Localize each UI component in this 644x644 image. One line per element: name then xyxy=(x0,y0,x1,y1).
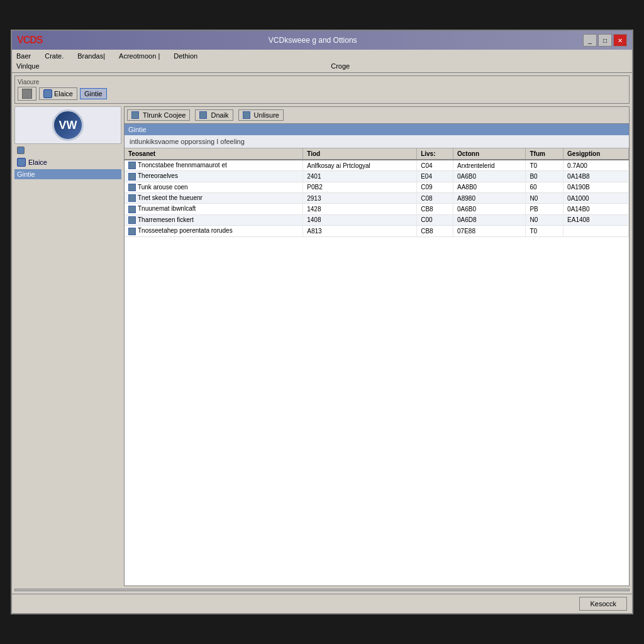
dnaik-button[interactable]: Dnaik xyxy=(195,109,233,121)
cell-gesig-5: EA1408 xyxy=(564,214,629,225)
table-row[interactable]: Tnuunemat ibwnlcaft1428CB80A6B0PB0A14B0 xyxy=(125,204,629,214)
table-header: Teosanet Tiod Livs: Octonn Tfum Gesigpti… xyxy=(125,148,629,160)
data-table: Teosanet Tiod Livs: Octonn Tfum Gesigpti… xyxy=(125,148,629,237)
cell-octonn-2: AA8B0 xyxy=(453,182,526,192)
toolbar-btn-1[interactable] xyxy=(18,87,36,101)
table-row[interactable]: Tnosseetahep poerentata rorudesA813CB807… xyxy=(125,226,629,236)
cell-octonn-1: 0A6B0 xyxy=(453,171,526,182)
cell-tiod-4: 1428 xyxy=(303,204,417,214)
cell-tiod-6: A813 xyxy=(303,226,417,236)
window-controls: _ □ ✕ xyxy=(583,34,627,47)
col-header-gesig: Gesigption xyxy=(564,148,629,160)
left-nav-gintie[interactable]: Gintie xyxy=(14,169,121,179)
close-button[interactable]: ✕ xyxy=(613,34,627,47)
left-nav-btn1[interactable] xyxy=(14,145,121,155)
table-container[interactable]: Teosanet Tiod Livs: Octonn Tfum Gesigpti… xyxy=(125,148,629,586)
cell-octonn-5: 0A6D8 xyxy=(453,214,526,225)
table-body: Tnoncstabee fnennmamaurot etAnlfkosay ai… xyxy=(125,160,629,236)
toolbar-btn-gintie-label: Gintie xyxy=(84,90,103,97)
cell-name-0: Tnoncstabee fnennmamaurot et xyxy=(125,160,303,171)
unlisure-icon xyxy=(243,111,250,119)
row-icon-5 xyxy=(128,216,136,224)
menu-row-2: Vinlque Croge xyxy=(14,61,630,71)
maximize-button[interactable]: □ xyxy=(598,34,612,47)
unlisure-label: Unlisure xyxy=(254,111,279,119)
dnaik-label: Dnaik xyxy=(211,111,228,119)
right-panel: Tlrunk Coojee Dnaik Unlisure Gintie intl… xyxy=(124,106,630,586)
table-row[interactable]: Tnet skeot the hueuenr2913C08A8980N00A10… xyxy=(125,193,629,204)
cell-livs-5: C00 xyxy=(417,214,453,225)
logo-v: V xyxy=(17,35,23,45)
cell-tiod-1: 2401 xyxy=(303,171,417,182)
globe-icon xyxy=(43,89,52,98)
minimize-button[interactable]: _ xyxy=(583,34,597,47)
cell-tfum-0: T0 xyxy=(526,160,564,171)
row-icon-2 xyxy=(128,184,136,191)
menu-vinlque[interactable]: Vinlque xyxy=(14,62,42,70)
unlisure-button[interactable]: Unlisure xyxy=(238,109,284,121)
app-logo: VCDS xyxy=(17,35,42,46)
toolbar-label: Viaoure xyxy=(18,79,626,86)
cell-name-5: Tharremesen fickert xyxy=(125,214,303,225)
left-panel: VW Elaice Gintie xyxy=(14,106,121,586)
cell-gesig-1: 0A14B8 xyxy=(564,171,629,182)
col-header-tfum: Tfum xyxy=(526,148,564,160)
bottom-bar: Kesocck xyxy=(12,594,632,613)
cell-name-1: Thereoraelves xyxy=(125,171,303,182)
left-nav-elaice[interactable]: Elaice xyxy=(14,157,121,168)
globe-icon-left xyxy=(17,158,26,167)
cell-tfum-6: T0 xyxy=(526,226,564,236)
row-icon-3 xyxy=(128,194,136,202)
row-icon-4 xyxy=(128,206,136,213)
cell-livs-2: C09 xyxy=(417,182,453,192)
main-panel: VW Elaice Gintie Tl xyxy=(14,106,630,586)
vw-logo-area: VW xyxy=(14,106,121,144)
cell-octonn-3: A8980 xyxy=(453,193,526,204)
row-icon-6 xyxy=(128,228,136,235)
col-header-teosanet: Teosanet xyxy=(125,148,303,160)
title-bar: VCDS VCDksweee g and Ottions _ □ ✕ xyxy=(12,31,632,50)
cell-tfum-4: PB xyxy=(526,204,564,214)
trunk-icon xyxy=(131,111,139,119)
menu-acreotmoon[interactable]: Acreotmoon | xyxy=(117,52,162,60)
selected-highlight: Gintie xyxy=(125,124,629,135)
table-row[interactable]: Tharremesen fickert1408C000A6D8N0EA1408 xyxy=(125,214,629,225)
col-header-octonn: Octonn xyxy=(453,148,526,160)
menu-croge[interactable]: Croge xyxy=(329,62,352,70)
cell-gesig-0: 0.7A00 xyxy=(564,160,629,171)
dnaik-icon xyxy=(199,111,207,119)
toolbar-btn-elaice[interactable]: Elaice xyxy=(39,87,77,100)
title-bar-left: VCDS xyxy=(17,35,42,46)
menu-crate[interactable]: Crate. xyxy=(43,52,65,60)
toolbar-btn-elaice-label: Elaice xyxy=(54,90,73,97)
cell-livs-0: C04 xyxy=(417,160,453,171)
menu-dethion[interactable]: Dethion xyxy=(172,52,199,60)
cell-gesig-3: 0A1000 xyxy=(564,193,629,204)
cell-tiod-2: P0B2 xyxy=(303,182,417,192)
toolbar-btn-gintie[interactable]: Gintie xyxy=(80,88,107,99)
cell-name-2: Tunk arouse coen xyxy=(125,182,303,192)
cell-tfum-1: B0 xyxy=(526,171,564,182)
trunk-coojee-button[interactable]: Tlrunk Coojee xyxy=(127,109,190,121)
cell-tiod-0: Anlfkosay ai Prtclogyal xyxy=(303,160,417,171)
row-icon-0 xyxy=(128,162,136,169)
toolbar-section: Viaoure Elaice Gintie xyxy=(14,75,630,104)
window-title: VCDksweee g and Ottions xyxy=(42,36,583,45)
table-row[interactable]: Thereoraelves2401E040A6B0B00A14B8 xyxy=(125,171,629,182)
cell-livs-1: E04 xyxy=(417,171,453,182)
col-header-livs: Livs: xyxy=(417,148,453,160)
vw-logo: VW xyxy=(52,109,84,141)
menubar: Baer Crate. Brandas| Acreotmoon | Dethio… xyxy=(12,50,632,73)
kesocck-button[interactable]: Kesocck xyxy=(579,597,627,611)
scroll-track[interactable] xyxy=(14,589,630,591)
table-row[interactable]: Tnoncstabee fnennmamaurot etAnlfkosay ai… xyxy=(125,160,629,171)
toolbar-icon-1 xyxy=(22,89,32,99)
cell-tiod-3: 2913 xyxy=(303,193,417,204)
cell-livs-4: CB8 xyxy=(417,204,453,214)
table-row[interactable]: Tunk arouse coenP0B2C09AA8B0600A190B xyxy=(125,182,629,192)
menu-baer[interactable]: Baer xyxy=(14,52,33,60)
cell-livs-6: CB8 xyxy=(417,226,453,236)
menu-brandas[interactable]: Brandas| xyxy=(75,52,107,60)
cell-octonn-4: 0A6B0 xyxy=(453,204,526,214)
cell-name-3: Tnet skeot the hueuenr xyxy=(125,193,303,204)
